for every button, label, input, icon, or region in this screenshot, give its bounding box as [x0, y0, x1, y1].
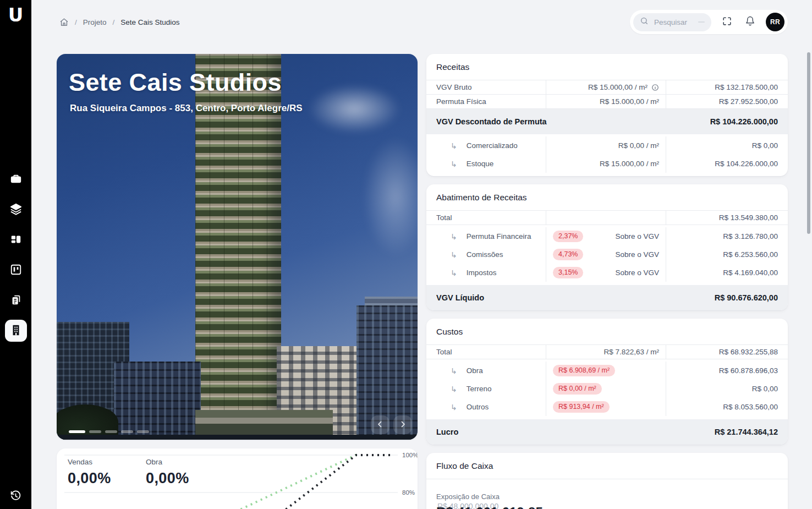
search-input[interactable]	[653, 18, 694, 27]
carousel-dot[interactable]	[137, 430, 149, 433]
stat-vendas: Vendas 0,00%	[68, 458, 146, 487]
subitem-arrow-icon	[451, 269, 457, 277]
row-label: VGV Bruto	[426, 83, 546, 91]
row-label: Comercializado	[467, 141, 518, 150]
subitem-arrow-icon	[451, 366, 457, 375]
row-label: Outros	[467, 403, 489, 411]
table-row: Comissões 4,73%Sobre o VGV R$ 6.253.560,…	[426, 245, 788, 264]
row-total: R$ 0,00	[666, 385, 788, 393]
info-icon[interactable]	[651, 84, 659, 91]
cost-badge: R$ 0,00 / m²	[553, 383, 602, 395]
briefcase-icon	[10, 173, 22, 187]
project-address: Rua Siqueira Campos - 853, Centro, Porto…	[70, 103, 303, 114]
row-unit-value: R$ 0,00 / m²	[618, 141, 659, 150]
home-icon[interactable]	[59, 18, 69, 27]
row-total: R$ 8.053.560,00	[666, 403, 788, 411]
percent-badge: 3,15%	[553, 267, 583, 279]
row-unit-value: R$ 15.000,00 / m²	[588, 83, 648, 91]
row-label: Obra	[467, 366, 483, 375]
breadcrumb-separator: /	[75, 18, 77, 26]
receitas-rows: VGV Bruto R$ 15.000,00 / m² R$ 132.178.5…	[426, 80, 788, 109]
content: Sete Cais Studios Rua Siqueira Campos - …	[31, 44, 812, 509]
metric-value: R$ 41.661.619,85	[436, 505, 543, 509]
breadcrumb: / Projeto / Sete Cais Studios	[59, 18, 180, 27]
table-row: Terreno R$ 0,00 / m² R$ 0,00	[426, 380, 788, 398]
carousel-dots[interactable]	[69, 430, 149, 433]
custos-panel: Custos Total R$ 7.822,63 / m² R$ 68.932.…	[426, 319, 788, 445]
panel-title: Receitas	[426, 54, 788, 80]
summary-label: VGV Líquido	[436, 293, 484, 302]
fluxo-body: Exposição de Caixa R$ 48.000.000,00 R$ 4…	[426, 479, 788, 509]
breadcrumb-separator: /	[113, 18, 115, 26]
row-total: R$ 4.169.040,00	[666, 269, 788, 277]
vertical-scrollbar[interactable]	[807, 52, 810, 234]
row-label: Total	[426, 214, 546, 222]
search-icon	[640, 17, 649, 28]
table-row: Outros R$ 913,94 / m² R$ 8.053.560,00	[426, 398, 788, 416]
carousel-dot[interactable]	[89, 430, 101, 433]
carousel-next-button[interactable]	[393, 415, 412, 434]
summary-label: VGV Descontado de Permuta	[436, 117, 547, 126]
receitas-subrows: Comercializado R$ 0,00 / m² R$ 0,00 Esto…	[426, 134, 788, 176]
left-column: Sete Cais Studios Rua Siqueira Campos - …	[57, 54, 418, 509]
summary-value: R$ 104.226.000,00	[710, 117, 778, 126]
row-label: Permuta Financeira	[467, 232, 531, 240]
main-area: / Projeto / Sete Cais Studios RR	[31, 0, 812, 509]
basis-label: Sobre o VGV	[615, 269, 659, 277]
app-root: U	[0, 0, 812, 509]
sidebar: U	[0, 0, 31, 509]
sidebar-item-kanban[interactable]	[5, 259, 27, 281]
carousel-nav	[371, 415, 412, 434]
sidebar-item-widgets[interactable]	[5, 229, 27, 251]
summary-row-lucro: Lucro R$ 21.744.364,12	[426, 419, 788, 445]
bridge-shape	[195, 410, 333, 435]
shortcut-dash	[698, 21, 705, 23]
row-label: Estoque	[467, 160, 494, 168]
table-row: Comercializado R$ 0,00 / m² R$ 0,00	[426, 136, 788, 155]
carousel-dot[interactable]	[69, 430, 85, 433]
documents-icon	[10, 294, 22, 308]
basis-label: Sobre o VGV	[615, 250, 659, 259]
avatar[interactable]: RR	[766, 13, 784, 31]
table-row: Impostos 3,15%Sobre o VGV R$ 4.169.040,0…	[426, 264, 788, 282]
sidebar-item-history[interactable]	[5, 485, 27, 507]
breadcrumb-projeto[interactable]: Projeto	[83, 18, 107, 26]
stat-value: 0,00%	[146, 470, 224, 487]
summary-value: R$ 21.744.364,12	[715, 428, 778, 436]
table-row: Obra R$ 6.908,69 / m² R$ 60.878.696,03	[426, 362, 788, 380]
row-label: Total	[426, 348, 546, 356]
sidebar-item-layers[interactable]	[5, 199, 27, 221]
stat-obra: Obra 0,00%	[146, 458, 224, 487]
row-label: Comissões	[467, 250, 503, 259]
summary-row-vgv-liquido: VGV Líquido R$ 90.676.620,00	[426, 285, 788, 310]
subitem-arrow-icon	[451, 250, 457, 259]
chevron-right-icon	[398, 419, 408, 431]
stat-value: 0,00%	[68, 470, 146, 487]
fullscreen-button[interactable]	[720, 14, 734, 30]
subitem-arrow-icon	[451, 385, 457, 393]
row-total: R$ 68.932.255,88	[666, 348, 788, 356]
panel-title: Fluxo de Caixa	[426, 453, 788, 479]
subitem-arrow-icon	[451, 141, 457, 150]
row-total: R$ 104.226.000,00	[666, 160, 788, 168]
panel-title: Abatimento de Receitas	[426, 184, 788, 210]
abatimento-subrows: Permuta Financeira 2,37%Sobre o VGV R$ 3…	[426, 225, 788, 285]
row-total: R$ 6.253.560,00	[666, 250, 788, 259]
row-total: R$ 0,00	[666, 141, 788, 150]
sidebar-item-briefcase[interactable]	[5, 168, 27, 190]
app-logo[interactable]: U	[8, 6, 24, 24]
percent-badge: 2,37%	[553, 231, 583, 243]
carousel-dot[interactable]	[121, 430, 133, 433]
carousel-prev-button[interactable]	[371, 415, 389, 434]
row-total: R$ 132.178.500,00	[666, 83, 788, 91]
stat-label: Obra	[146, 458, 224, 466]
sidebar-item-documents[interactable]	[5, 289, 27, 311]
metric-value-wrap: R$ 48.000.000,00 R$ 41.661.619,85	[436, 505, 778, 509]
row-total: R$ 13.549.380,00	[666, 214, 788, 222]
sidebar-item-building[interactable]	[5, 320, 27, 342]
subitem-arrow-icon	[451, 403, 457, 412]
search-box[interactable]	[633, 13, 711, 31]
carousel-dot[interactable]	[105, 430, 117, 433]
project-hero-card: Sete Cais Studios Rua Siqueira Campos - …	[57, 54, 418, 440]
notifications-button[interactable]	[743, 14, 758, 30]
